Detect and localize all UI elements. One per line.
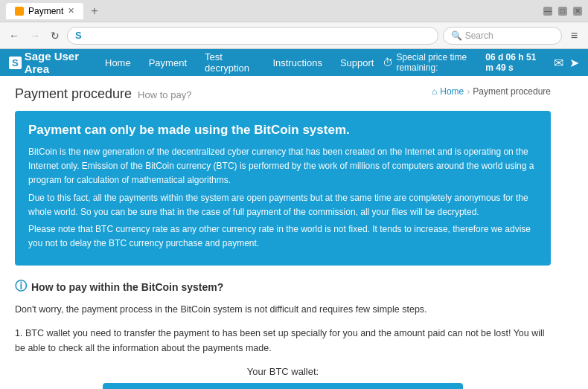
search-placeholder: Search — [465, 30, 493, 41]
main-content: Payment procedure How to pay? ⌂ Home › P… — [0, 76, 588, 389]
breadcrumb-home-link[interactable]: Home — [440, 86, 464, 97]
tab-title: Payment — [28, 6, 63, 16]
bitcoin-info-box: Payment can only be made using the BitCo… — [15, 111, 551, 266]
how-to-pay-section-title: ⓘ How to pay within the BitCoin system? — [15, 279, 551, 295]
window-controls: — □ ✕ — [543, 7, 582, 16]
tab-favicon — [15, 7, 24, 16]
step-1-num: 1. — [15, 328, 25, 338]
search-bar[interactable]: 🔍 Search — [443, 27, 562, 45]
nav-test-decryption[interactable]: Test decryption — [196, 49, 263, 76]
breadcrumb-separator: › — [467, 86, 470, 97]
section-title-text: How to pay within the BitCoin system? — [31, 281, 223, 293]
browser-toolbar: ← → ↻ S 🔍 Search ≡ — [0, 22, 588, 49]
forward-button[interactable]: → — [27, 28, 43, 43]
info-box-paragraph-3: Please note that BTC currency rate as an… — [28, 222, 537, 251]
maximize-button[interactable]: □ — [558, 7, 567, 16]
breadcrumb: ⌂ Home › Payment procedure — [432, 86, 551, 97]
minimize-button[interactable]: — — [543, 7, 552, 16]
new-tab-button[interactable]: + — [86, 4, 102, 18]
steps-list: 1. BTC wallet you need to transfer the p… — [15, 326, 551, 389]
breadcrumb-home-icon: ⌂ — [432, 86, 437, 97]
site-icon: S — [75, 30, 82, 41]
step-1-text: 1. BTC wallet you need to transfer the p… — [15, 328, 545, 353]
timer-label: Special price time remaining: — [396, 52, 482, 73]
page-subtitle: How to pay? — [138, 89, 191, 100]
breadcrumb-current: Payment procedure — [473, 86, 551, 97]
question-icon: ⓘ — [15, 279, 27, 295]
wallet-block: Your BTC wallet: 1EpwuEdnMRaWs75WwKBHuQk… — [15, 366, 551, 389]
site-navigation: S Sage User Area Home Payment Test decry… — [0, 49, 588, 76]
timer-section: ⏱ Special price time remaining: 06 d 06 … — [383, 52, 546, 73]
tab-close-button[interactable]: ✕ — [68, 6, 74, 16]
info-box-title: Payment can only be made using the BitCo… — [28, 123, 537, 138]
nav-home[interactable]: Home — [96, 49, 140, 76]
logo-text: Sage User Area — [25, 50, 84, 75]
nav-payment[interactable]: Payment — [140, 49, 196, 76]
close-button[interactable]: ✕ — [573, 7, 582, 16]
timer-value: 06 d 06 h 51 m 49 s — [485, 52, 546, 73]
wallet-address[interactable]: 1EpwuEdnMRaWs75WwKBHuQkiPcyVyb7GdM — [103, 383, 462, 389]
nav-action-icons: ✉ ➤ — [554, 56, 579, 70]
info-box-paragraph-2: Due to this fact, all the payments withi… — [28, 191, 537, 219]
search-icon: 🔍 — [451, 30, 462, 41]
browser-menu-button[interactable]: ≡ — [566, 28, 582, 44]
nav-support[interactable]: Support — [331, 49, 383, 76]
timer-icon: ⏱ — [383, 57, 393, 68]
nav-instructions[interactable]: Instructions — [263, 49, 330, 76]
page-title-block: Payment procedure How to pay? — [15, 86, 191, 102]
page-header: Payment procedure How to pay? ⌂ Home › P… — [15, 86, 551, 102]
browser-tab[interactable]: Payment ✕ — [6, 3, 83, 19]
browser-titlebar: Payment ✕ + — □ ✕ — [0, 0, 588, 22]
site-logo: S Sage User Area — [9, 50, 84, 75]
intro-text: Don't worry, the payment process in the … — [15, 302, 551, 317]
logo-s: S — [9, 57, 22, 69]
step-1: 1. BTC wallet you need to transfer the p… — [15, 326, 551, 389]
wallet-label: Your BTC wallet: — [15, 366, 551, 377]
email-icon[interactable]: ✉ — [554, 56, 563, 70]
back-button[interactable]: ← — [6, 28, 22, 43]
step-1-content: BTC wallet you need to transfer the paym… — [15, 328, 545, 353]
page-title: Payment procedure — [15, 86, 132, 102]
share-icon[interactable]: ➤ — [569, 56, 579, 70]
info-box-paragraph-1: BitCoin is the new generation of the dec… — [28, 145, 537, 188]
refresh-button[interactable]: ↻ — [48, 28, 63, 43]
address-bar[interactable]: S — [67, 27, 438, 45]
